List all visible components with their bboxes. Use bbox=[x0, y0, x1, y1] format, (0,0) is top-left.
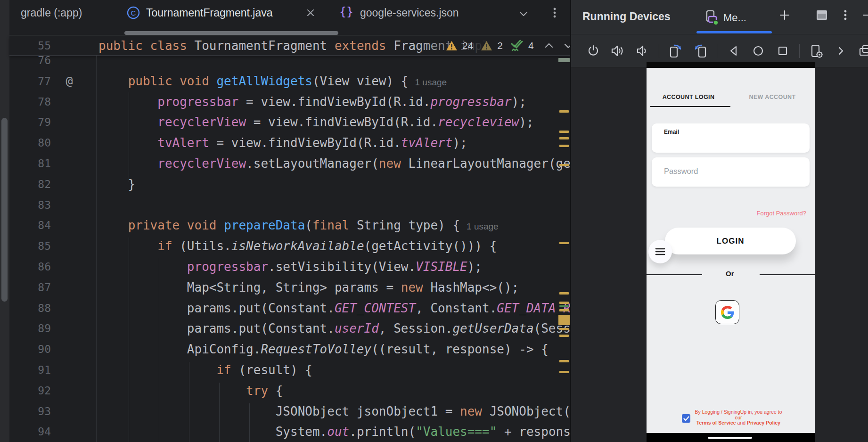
line-number[interactable]: 81 bbox=[18, 153, 51, 174]
login-button[interactable]: LOGIN bbox=[665, 228, 796, 254]
line-number[interactable]: 90 bbox=[18, 339, 51, 360]
error-stripe-mark[interactable] bbox=[559, 328, 569, 330]
line-number[interactable]: 91 bbox=[18, 360, 51, 380]
power-icon[interactable] bbox=[585, 43, 601, 59]
editor-options-kebab-icon[interactable] bbox=[549, 7, 561, 19]
line-number[interactable]: 89 bbox=[18, 318, 51, 339]
add-device-plus-icon[interactable] bbox=[777, 8, 792, 23]
chevron-right-icon[interactable] bbox=[833, 43, 849, 59]
error-stripe-mark[interactable] bbox=[559, 371, 569, 373]
editor-left-scrollbar[interactable] bbox=[0, 0, 9, 442]
terms-of-service-link[interactable]: Terms of Service bbox=[696, 420, 736, 426]
code-line-92[interactable]: 92 try { bbox=[9, 380, 570, 401]
error-stripe-mark[interactable] bbox=[559, 335, 569, 337]
code-line-83[interactable]: 83 bbox=[9, 195, 570, 215]
code-line-77[interactable]: 77@ public void getAllWidgets(View view)… bbox=[9, 71, 570, 91]
line-number[interactable]: 83 bbox=[18, 195, 51, 215]
tab-account-login[interactable]: ACCOUNT LOGIN bbox=[647, 94, 730, 100]
error-stripe-mark[interactable] bbox=[559, 110, 569, 113]
code-line-80[interactable]: 80 tvAlert = view.findViewById(R.id.tvAl… bbox=[9, 132, 570, 153]
warning-count[interactable]: 24 bbox=[462, 40, 473, 51]
code-line-76[interactable]: 76 bbox=[9, 56, 570, 71]
close-tab-icon[interactable] bbox=[305, 8, 316, 18]
volume-down-icon[interactable] bbox=[634, 43, 650, 59]
rotate-right-icon[interactable] bbox=[692, 43, 708, 59]
code-line-93[interactable]: 93 JSONObject jsonObject1 = new JSONObje… bbox=[9, 401, 570, 422]
error-stripe-mark[interactable] bbox=[559, 137, 569, 139]
line-number[interactable]: 92 bbox=[18, 380, 51, 401]
tab-google-services-json[interactable]: google-services.json bbox=[360, 7, 459, 19]
sticky-line-number[interactable]: 55 bbox=[18, 36, 51, 56]
line-number[interactable]: 86 bbox=[18, 256, 51, 277]
code-line-89[interactable]: 89 params.put(Constant.userId, Session.g… bbox=[9, 318, 570, 339]
email-field[interactable]: Email bbox=[652, 123, 810, 153]
line-number[interactable]: 88 bbox=[18, 298, 51, 319]
screens-icon[interactable] bbox=[857, 43, 868, 59]
panel-options-kebab-icon[interactable] bbox=[838, 8, 853, 23]
code-line-87[interactable]: 87 Map<String, String> params = new Hash… bbox=[9, 277, 570, 298]
code-line-78[interactable]: 78 progressbar = view.findViewById(R.id.… bbox=[9, 91, 570, 112]
phone-screen[interactable]: ACCOUNT LOGIN NEW ACCOUNT Email Password… bbox=[647, 68, 815, 433]
code-line-81[interactable]: 81 recyclerView.setLayoutManager(new Lin… bbox=[9, 153, 570, 174]
error-stripe-mark[interactable] bbox=[559, 309, 569, 311]
line-number[interactable]: 76 bbox=[18, 56, 51, 71]
error-stripe-mark[interactable] bbox=[559, 292, 569, 295]
editor-hscrollbar[interactable] bbox=[9, 430, 570, 437]
privacy-policy-link[interactable]: Privacy Policy bbox=[747, 420, 780, 426]
tab-strip-scrollbar[interactable] bbox=[124, 31, 338, 35]
device-settings-icon[interactable] bbox=[808, 43, 824, 59]
code-line-86[interactable]: 86 progressbar.setVisibility(View.VISIBL… bbox=[9, 256, 570, 277]
code-line-91[interactable]: 91 if (result) { bbox=[9, 360, 570, 380]
password-field[interactable]: Password bbox=[652, 157, 810, 187]
usages-inlay-hint[interactable]: 1 usage bbox=[467, 221, 499, 231]
code-line-88[interactable]: 88 params.put(Constant.GET_CONTEST, Cons… bbox=[9, 298, 570, 319]
weak-warning-count[interactable]: 2 bbox=[497, 40, 503, 51]
error-stripe-mark[interactable] bbox=[559, 242, 569, 244]
line-number[interactable]: 93 bbox=[18, 401, 51, 422]
forgot-password-link[interactable]: Forgot Password? bbox=[757, 210, 807, 217]
tab-new-account[interactable]: NEW ACCOUNT bbox=[730, 94, 814, 100]
error-stripe-mark[interactable] bbox=[558, 315, 570, 325]
error-stripe-mark[interactable] bbox=[559, 145, 569, 147]
error-stripe-mark[interactable] bbox=[559, 302, 569, 304]
line-number[interactable]: 78 bbox=[18, 91, 51, 112]
nav-back-icon[interactable] bbox=[726, 43, 742, 59]
line-number[interactable]: 79 bbox=[18, 112, 51, 132]
menu-hamburger-button[interactable] bbox=[648, 240, 672, 263]
line-number[interactable]: 85 bbox=[18, 236, 51, 256]
prev-problem-chevron-up-icon[interactable] bbox=[543, 40, 555, 52]
passed-count[interactable]: 4 bbox=[528, 40, 534, 51]
code-line-90[interactable]: 90 ApiConfig.RequestToVolley((result, re… bbox=[9, 339, 570, 360]
line-number[interactable]: 84 bbox=[18, 215, 51, 236]
gesture-pill[interactable] bbox=[708, 437, 752, 439]
volume-up-icon[interactable] bbox=[610, 43, 626, 59]
error-stripe-mark[interactable] bbox=[559, 305, 569, 307]
layout-panel-icon[interactable] bbox=[814, 8, 829, 23]
rotate-left-icon[interactable] bbox=[668, 43, 684, 59]
line-number[interactable]: 80 bbox=[18, 132, 51, 153]
line-number[interactable]: 87 bbox=[18, 277, 51, 298]
code-line-79[interactable]: 79 recyclerView = view.findViewById(R.id… bbox=[9, 112, 570, 132]
code-line-84[interactable]: 84 private void prepareData(final String… bbox=[9, 215, 570, 236]
code-line-85[interactable]: 85 if (Utils.isNetworkAvailable(getActiv… bbox=[9, 236, 570, 256]
device-tab[interactable]: Me... bbox=[704, 6, 746, 30]
error-stripe-mark[interactable] bbox=[559, 131, 569, 133]
code-editor[interactable]: 7677@ public void getAllWidgets(View vie… bbox=[9, 56, 570, 442]
google-signin-button[interactable] bbox=[715, 300, 739, 324]
editor-left-scrollbar-thumb[interactable] bbox=[1, 118, 8, 302]
usages-inlay-hint[interactable]: 1 usage bbox=[415, 77, 447, 87]
line-number[interactable]: 82 bbox=[18, 174, 51, 195]
sticky-header-line[interactable]: 55 public class TournamentFragment exten… bbox=[9, 36, 570, 56]
line-number[interactable]: 77 bbox=[18, 71, 51, 91]
error-stripe-mark[interactable] bbox=[559, 360, 569, 362]
error-stripe-mark[interactable] bbox=[559, 164, 569, 166]
terms-checkbox[interactable] bbox=[682, 414, 690, 423]
error-stripe-mark[interactable] bbox=[558, 58, 570, 62]
chevron-down-icon[interactable] bbox=[517, 8, 530, 20]
nav-home-icon[interactable] bbox=[750, 43, 766, 59]
hide-panel-icon[interactable] bbox=[861, 8, 868, 23]
tab-gradle-app[interactable]: gradle (:app) bbox=[21, 7, 82, 19]
gutter-annotation-icon[interactable]: @ bbox=[59, 71, 80, 91]
nav-recents-icon[interactable] bbox=[775, 43, 791, 59]
tab-tournament-fragment[interactable]: TournamentFragment.java bbox=[146, 7, 272, 19]
